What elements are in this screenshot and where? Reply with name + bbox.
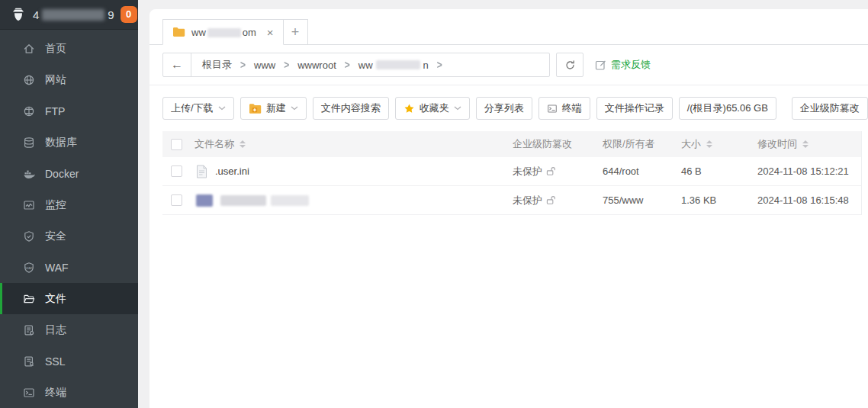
new-folder-icon	[249, 103, 262, 114]
file-operation-log-button[interactable]: 文件操作记录	[596, 97, 673, 120]
redacted-file-name	[271, 195, 309, 206]
panel-logo-icon	[10, 6, 27, 23]
redacted-tab-title	[207, 28, 241, 37]
tab-title: wwom	[191, 27, 256, 38]
sidebar-item-website[interactable]: 网站	[0, 64, 138, 95]
file-size: 46 B	[681, 165, 757, 177]
table-header: 文件名称 企业级防篡改 权限/所有者 大小 修改时间	[162, 131, 861, 157]
sidebar-item-label: WAF	[45, 262, 69, 274]
new-item-button[interactable]: 新建	[240, 97, 307, 120]
toolbar: 上传/下载 新建 文件内容搜索 收藏夹 分享列表 终端 文件操作记录 /(根目录…	[149, 85, 868, 131]
refresh-button[interactable]	[556, 53, 583, 77]
sidebar-item-label: SSL	[45, 355, 65, 368]
tab-active-directory[interactable]: wwom ×	[162, 19, 284, 45]
new-tab-button[interactable]: +	[283, 19, 308, 45]
permission-owner: 755/www	[603, 194, 681, 206]
chevron-down-icon	[291, 106, 298, 111]
sidebar-item-monitor[interactable]: 监控	[0, 189, 138, 220]
svg-text:WAF: WAF	[25, 265, 33, 269]
unlock-icon	[546, 166, 556, 176]
tamper-status: 未保护	[513, 194, 603, 207]
docker-icon	[23, 168, 35, 180]
ftp-globe-icon	[23, 105, 35, 117]
breadcrumb-wwwroot[interactable]: wwwroot	[297, 59, 336, 71]
row-checkbox[interactable]	[171, 194, 182, 206]
feedback-link[interactable]: 需求反馈	[595, 58, 651, 72]
redacted-server-name	[42, 9, 104, 21]
tamper-proof-button[interactable]: 企业级防篡改	[792, 97, 868, 120]
column-header-mtime[interactable]: 修改时间	[757, 137, 861, 151]
row-checkbox[interactable]	[171, 165, 182, 177]
sidebar-item-label: 网站	[45, 73, 66, 87]
ssl-cert-icon	[23, 355, 35, 368]
sort-icon[interactable]	[802, 140, 809, 148]
breadcrumb-root[interactable]: 根目录	[202, 58, 232, 72]
tab-close-icon[interactable]: ×	[267, 27, 274, 38]
favorites-button[interactable]: 收藏夹	[395, 97, 470, 120]
chevron-down-icon	[218, 106, 226, 111]
sort-icon[interactable]	[706, 140, 712, 148]
sidebar-item-home[interactable]: 首页	[0, 33, 138, 64]
sidebar-item-label: 监控	[45, 198, 66, 212]
sidebar-item-security[interactable]: 安全	[0, 220, 138, 252]
sidebar-item-waf[interactable]: WAF WAF	[0, 252, 138, 283]
breadcrumb-www[interactable]: www	[254, 59, 275, 71]
modified-time: 2024-11-08 15:12:21	[757, 165, 861, 177]
sidebar-item-label: Docker	[45, 168, 79, 180]
modified-time: 2024-11-08 16:15:48	[757, 194, 861, 206]
sidebar-item-logs[interactable]: 日志	[0, 314, 138, 345]
sidebar-item-label: 终端	[45, 386, 66, 400]
sidebar-item-ftp[interactable]: FTP	[0, 95, 138, 127]
tab-bar: wwom × +	[149, 9, 868, 45]
table-row: 未保护 755/www 1.36 KB 2024-11-08 16:15:48	[162, 186, 861, 215]
sidebar-item-label: FTP	[45, 105, 65, 117]
shield-check-icon	[23, 230, 35, 243]
main-area: wwom × + ← 根目录 > www > wwwroot > wwn >	[138, 0, 868, 408]
breadcrumb-separator: >	[240, 59, 246, 72]
sidebar-item-label: 日志	[45, 323, 66, 337]
folder-yellow-icon	[172, 27, 185, 37]
select-all-checkbox[interactable]	[171, 139, 182, 150]
sidebar-item-database[interactable]: 数据库	[0, 127, 138, 158]
tamper-status: 未保护	[513, 165, 603, 178]
breadcrumb-site-dir[interactable]: wwn	[358, 59, 429, 71]
sidebar-item-label: 首页	[45, 42, 66, 56]
terminal-button[interactable]: 终端	[538, 97, 590, 120]
path-row: ← 根目录 > www > wwwroot > wwn > 需求反馈	[149, 45, 868, 85]
disk-usage-button[interactable]: /(根目录)65.06 GB	[679, 97, 776, 120]
redacted-file-name[interactable]	[220, 195, 266, 206]
sort-icon[interactable]	[240, 140, 246, 148]
file-name[interactable]: .user.ini	[215, 165, 249, 177]
sidebar-item-docker[interactable]: Docker	[0, 158, 138, 189]
upload-download-button[interactable]: 上传/下载	[162, 97, 234, 120]
column-header-permission: 权限/所有者	[603, 137, 681, 151]
server-title: 49	[33, 8, 114, 21]
column-header-filename[interactable]: 文件名称	[194, 137, 513, 151]
terminal-icon	[547, 104, 558, 114]
log-file-icon	[23, 324, 35, 336]
back-button[interactable]: ←	[163, 53, 191, 76]
refresh-icon	[564, 59, 576, 71]
column-header-size[interactable]: 大小	[681, 137, 757, 151]
content-search-button[interactable]: 文件内容搜索	[313, 97, 389, 120]
sidebar-item-label: 数据库	[45, 136, 77, 149]
folder-icon	[23, 293, 35, 305]
breadcrumb-separator: >	[345, 59, 350, 72]
sidebar-item-files[interactable]: 文件	[0, 283, 138, 314]
sidebar-item-terminal[interactable]: 终端	[0, 377, 138, 408]
terminal-icon	[23, 387, 35, 399]
breadcrumb: 根目录 > www > wwwroot > wwn >	[191, 53, 453, 76]
breadcrumb-separator: >	[437, 59, 442, 72]
file-size: 1.36 KB	[681, 194, 757, 206]
star-icon	[403, 103, 415, 114]
waf-shield-icon: WAF	[23, 262, 35, 274]
globe-icon	[23, 74, 35, 86]
message-count-badge[interactable]: 0	[121, 6, 137, 23]
sidebar-item-ssl[interactable]: SSL	[0, 345, 138, 377]
sidebar: 49 0 首页 网站 FTP 数据库 Docker 监控 安全	[0, 0, 138, 408]
file-table: 文件名称 企业级防篡改 权限/所有者 大小 修改时间 .user	[162, 131, 862, 215]
share-list-button[interactable]: 分享列表	[476, 97, 532, 120]
permission-owner: 644/root	[603, 165, 681, 177]
sidebar-menu: 首页 网站 FTP 数据库 Docker 监控 安全 WAF WAF	[0, 30, 138, 408]
feedback-note-icon	[595, 59, 606, 71]
